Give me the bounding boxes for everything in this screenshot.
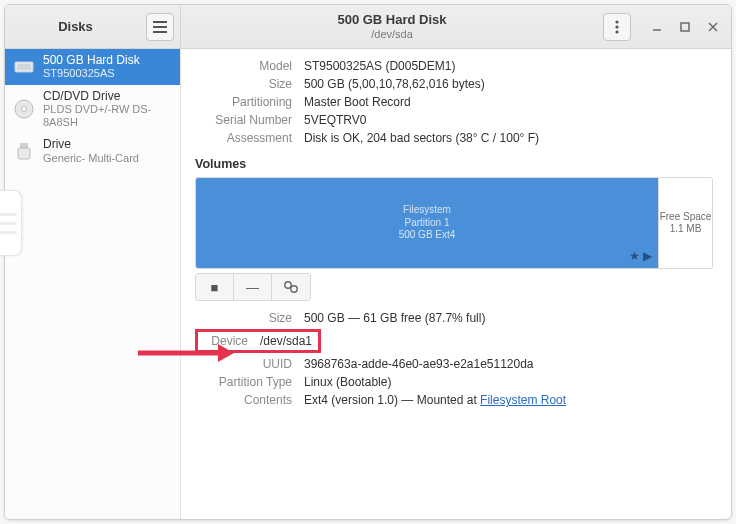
- disks-window: Disks 500 GB Hard Disk /dev/sda: [4, 4, 732, 520]
- minimize-icon: [652, 22, 662, 32]
- device-sidebar: 500 GB Hard Disk ST9500325AS CD/DVD Driv…: [5, 49, 181, 519]
- gears-icon: [283, 280, 299, 294]
- svg-rect-5: [17, 64, 31, 70]
- kebab-icon: [615, 20, 619, 34]
- disk-actions-button[interactable]: [603, 13, 631, 41]
- svg-rect-3: [681, 23, 689, 31]
- part-val-uuid: 3968763a-adde-46e0-ae93-e2a1e51120da: [304, 357, 713, 371]
- part-key-uuid: UUID: [195, 357, 292, 371]
- partition-properties: Size 500 GB — 61 GB free (87.7% full) De…: [195, 311, 713, 407]
- sidebar-item-optical[interactable]: CD/DVD Drive PLDS DVD+/-RW DS-8A8SH: [5, 85, 180, 134]
- prop-key-partitioning: Partitioning: [195, 95, 292, 109]
- part-key-contents: Contents: [195, 393, 292, 407]
- background-panel-stub: [0, 190, 22, 256]
- prop-val-partitioning: Master Boot Record: [304, 95, 713, 109]
- free-space-size: 1.1 MB: [670, 223, 702, 236]
- part-val-device: /dev/sda1: [260, 334, 312, 348]
- close-icon: [708, 22, 718, 32]
- volume-partition-1[interactable]: Filesystem Partition 1 500 GB Ext4 ★ ▶: [196, 178, 658, 268]
- volume-badges: ★ ▶: [629, 249, 652, 264]
- main-content: Model ST9500325AS (D005DEM1) Size 500 GB…: [181, 49, 731, 519]
- sidebar-item-label: 500 GB Hard Disk: [43, 53, 140, 67]
- window-title-group: 500 GB Hard Disk /dev/sda: [181, 13, 603, 39]
- sidebar-item-sublabel: Generic- Multi-Card: [43, 152, 139, 165]
- maximize-button[interactable]: [673, 15, 697, 39]
- prop-val-model: ST9500325AS (D005DEM1): [304, 59, 713, 73]
- stop-icon: ■: [211, 280, 219, 295]
- disk-properties: Model ST9500325AS (D005DEM1) Size 500 GB…: [195, 59, 713, 145]
- sidebar-item-sublabel: ST9500325AS: [43, 67, 140, 80]
- volumes-header: Volumes: [195, 157, 713, 171]
- filesystem-root-link[interactable]: Filesystem Root: [480, 393, 566, 407]
- app-title: Disks: [5, 19, 146, 34]
- volume-label-fs: Filesystem: [403, 204, 451, 217]
- close-button[interactable]: [701, 15, 725, 39]
- volume-label-partnum: Partition 1: [404, 217, 449, 230]
- svg-rect-8: [20, 143, 28, 148]
- sidebar-item-label: CD/DVD Drive: [43, 89, 172, 103]
- prop-val-size: 500 GB (5,00,10,78,62,016 bytes): [304, 77, 713, 91]
- part-key-type: Partition Type: [195, 375, 292, 389]
- svg-point-0: [615, 20, 618, 23]
- unmount-button[interactable]: ■: [196, 274, 234, 300]
- app-menu-button[interactable]: [146, 13, 174, 41]
- free-space-label: Free Space: [660, 211, 712, 224]
- prop-key-size: Size: [195, 77, 292, 91]
- volume-map: Filesystem Partition 1 500 GB Ext4 ★ ▶ F…: [195, 177, 713, 269]
- prop-val-serial: 5VEQTRV0: [304, 113, 713, 127]
- hdd-icon: [13, 56, 35, 78]
- delete-partition-button[interactable]: —: [234, 274, 272, 300]
- prop-key-model: Model: [195, 59, 292, 73]
- svg-point-2: [615, 30, 618, 33]
- svg-rect-9: [18, 148, 30, 159]
- window-title: 500 GB Hard Disk: [181, 13, 603, 27]
- contents-text: Ext4 (version 1.0) — Mounted at: [304, 393, 480, 407]
- volume-label-size: 500 GB Ext4: [399, 229, 456, 242]
- hamburger-icon: [153, 21, 167, 33]
- volume-free-space[interactable]: Free Space 1.1 MB: [658, 178, 712, 268]
- sidebar-item-sublabel: PLDS DVD+/-RW DS-8A8SH: [43, 103, 172, 129]
- prop-val-assessment: Disk is OK, 204 bad sectors (38° C / 100…: [304, 131, 713, 145]
- minus-icon: —: [246, 280, 259, 295]
- partition-options-button[interactable]: [272, 274, 310, 300]
- part-val-contents: Ext4 (version 1.0) — Mounted at Filesyst…: [304, 393, 713, 407]
- part-key-size: Size: [195, 311, 292, 325]
- part-val-type: Linux (Bootable): [304, 375, 713, 389]
- sidebar-item-hdd[interactable]: 500 GB Hard Disk ST9500325AS: [5, 49, 180, 85]
- svg-point-11: [291, 286, 297, 292]
- titlebar: Disks 500 GB Hard Disk /dev/sda: [5, 5, 731, 49]
- sidebar-item-cardreader[interactable]: Drive Generic- Multi-Card: [5, 133, 180, 169]
- svg-point-1: [615, 25, 618, 28]
- svg-point-7: [22, 106, 27, 111]
- sidebar-item-label: Drive: [43, 137, 139, 151]
- volume-toolbar: ■ —: [195, 273, 311, 301]
- maximize-icon: [680, 22, 690, 32]
- prop-key-assessment: Assessment: [195, 131, 292, 145]
- part-key-device: Device: [204, 334, 248, 348]
- part-val-size: 500 GB — 61 GB free (87.7% full): [304, 311, 713, 325]
- minimize-button[interactable]: [645, 15, 669, 39]
- flash-drive-icon: [13, 140, 35, 162]
- prop-key-serial: Serial Number: [195, 113, 292, 127]
- disc-icon: [13, 98, 35, 120]
- svg-point-10: [285, 282, 291, 288]
- window-subtitle: /dev/sda: [181, 28, 603, 40]
- device-row-highlight-annotation: Device /dev/sda1: [195, 329, 713, 353]
